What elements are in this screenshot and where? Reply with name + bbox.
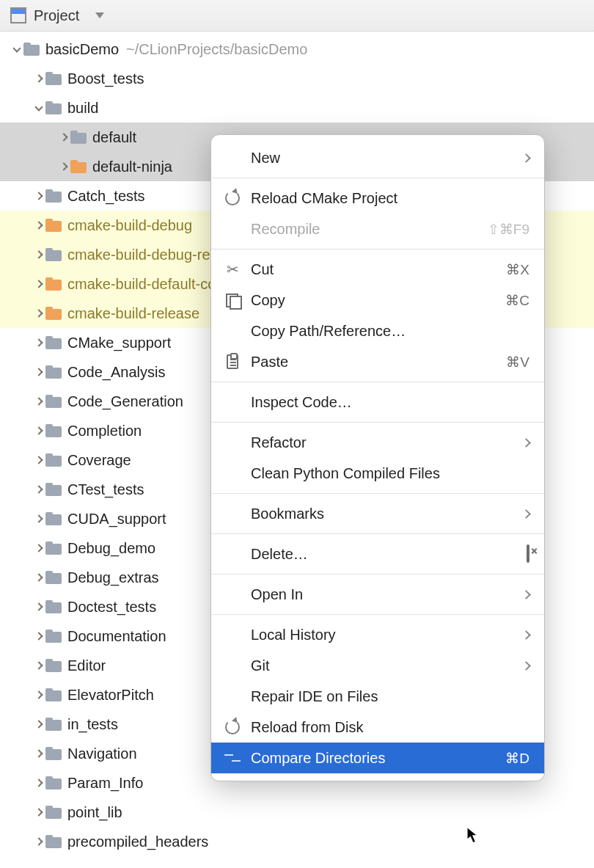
tree-path: ~/CLionProjects/basicDemo bbox=[126, 41, 307, 58]
menu-label: Local History bbox=[251, 627, 513, 643]
expand-toggle[interactable] bbox=[32, 688, 45, 701]
folder-icon bbox=[45, 248, 62, 261]
expand-toggle[interactable] bbox=[57, 160, 70, 173]
folder-icon bbox=[45, 483, 62, 496]
menu-new[interactable]: New bbox=[211, 142, 544, 173]
expand-toggle[interactable] bbox=[10, 43, 23, 56]
scissors-icon: ✂ bbox=[224, 261, 241, 277]
menu-compare-directories[interactable]: Compare Directories ⌘D bbox=[211, 743, 544, 773]
menu-reload-disk[interactable]: Reload from Disk bbox=[211, 712, 544, 743]
folder-icon bbox=[45, 101, 62, 114]
expand-toggle[interactable] bbox=[32, 101, 45, 114]
tree-item[interactable]: point_lib bbox=[0, 798, 594, 827]
expand-toggle[interactable] bbox=[32, 718, 45, 731]
expand-toggle[interactable] bbox=[32, 835, 45, 848]
folder-icon bbox=[45, 747, 62, 760]
tree-item[interactable]: Boost_tests bbox=[0, 64, 594, 93]
expand-toggle[interactable] bbox=[32, 571, 45, 584]
menu-inspect[interactable]: Inspect Code… bbox=[211, 387, 544, 417]
shortcut: ⇧⌘F9 bbox=[488, 221, 529, 238]
menu-bookmarks[interactable]: Bookmarks bbox=[211, 498, 544, 529]
menu-open-in[interactable]: Open In bbox=[211, 579, 544, 610]
expand-toggle[interactable] bbox=[32, 189, 45, 203]
menu-repair[interactable]: Repair IDE on Files bbox=[211, 681, 544, 712]
folder-icon bbox=[45, 307, 62, 320]
submenu-arrow-icon bbox=[521, 590, 531, 599]
expand-toggle[interactable] bbox=[32, 424, 45, 437]
expand-toggle[interactable] bbox=[32, 630, 45, 643]
folder-icon bbox=[45, 219, 62, 232]
tree-label: Completion bbox=[67, 423, 142, 440]
folder-icon bbox=[45, 688, 62, 701]
shortcut: ⌘X bbox=[506, 261, 529, 278]
menu-clean-python[interactable]: Clean Python Compiled Files bbox=[211, 458, 544, 489]
menu-copy-path[interactable]: Copy Path/Reference… bbox=[211, 316, 544, 346]
folder-icon bbox=[45, 718, 62, 731]
tree-label: Debug_demo bbox=[67, 540, 155, 557]
menu-paste[interactable]: Paste ⌘V bbox=[211, 346, 544, 377]
tree-root[interactable]: basicDemo ~/CLionProjects/basicDemo bbox=[0, 34, 594, 64]
submenu-arrow-icon bbox=[521, 661, 531, 671]
expand-toggle[interactable] bbox=[32, 776, 45, 789]
menu-delete[interactable]: Delete… bbox=[211, 539, 544, 569]
expand-toggle[interactable] bbox=[32, 541, 45, 555]
expand-toggle[interactable] bbox=[32, 336, 45, 349]
menu-label: Compare Directories bbox=[251, 750, 495, 767]
expand-toggle[interactable] bbox=[32, 307, 45, 320]
paste-icon bbox=[224, 354, 241, 370]
tree-label: Coverage bbox=[67, 452, 131, 469]
expand-toggle[interactable] bbox=[32, 747, 45, 760]
tree-label: Code_Generation bbox=[67, 393, 183, 410]
dropdown-arrow-icon[interactable] bbox=[95, 12, 104, 18]
expand-toggle[interactable] bbox=[32, 277, 45, 291]
tree-item[interactable]: build bbox=[0, 93, 594, 123]
menu-label: Inspect Code… bbox=[251, 394, 529, 411]
folder-icon bbox=[45, 277, 62, 291]
project-label: Project bbox=[34, 7, 79, 24]
expand-toggle[interactable] bbox=[32, 600, 45, 613]
menu-label: Reload from Disk bbox=[251, 719, 529, 736]
menu-cut[interactable]: ✂ Cut ⌘X bbox=[211, 254, 544, 285]
expand-toggle[interactable] bbox=[32, 248, 45, 261]
project-toolbar[interactable]: Project bbox=[0, 0, 594, 32]
expand-toggle[interactable] bbox=[32, 806, 45, 819]
menu-label: Paste bbox=[251, 354, 496, 371]
menu-separator bbox=[211, 422, 544, 423]
delete-key-icon bbox=[527, 546, 529, 562]
folder-icon bbox=[45, 659, 62, 672]
menu-label: Recompile bbox=[251, 221, 477, 238]
expand-toggle[interactable] bbox=[32, 365, 45, 379]
expand-toggle[interactable] bbox=[32, 659, 45, 672]
folder-icon bbox=[45, 189, 62, 203]
folder-icon bbox=[45, 600, 62, 613]
expand-toggle[interactable] bbox=[57, 131, 70, 144]
expand-toggle[interactable] bbox=[32, 72, 45, 85]
menu-recompile: Recompile ⇧⌘F9 bbox=[211, 214, 544, 244]
menu-label: Reload CMake Project bbox=[251, 190, 529, 207]
tree-label: build bbox=[67, 100, 98, 117]
expand-toggle[interactable] bbox=[32, 395, 45, 408]
tree-label: in_tests bbox=[67, 716, 118, 733]
menu-label: Git bbox=[251, 657, 513, 674]
menu-label: Open In bbox=[251, 586, 513, 603]
folder-icon bbox=[45, 512, 62, 525]
expand-toggle[interactable] bbox=[32, 512, 45, 525]
folder-icon bbox=[45, 571, 62, 584]
menu-reload-cmake[interactable]: Reload CMake Project bbox=[211, 183, 544, 214]
folder-icon bbox=[45, 453, 62, 467]
compare-icon bbox=[224, 750, 241, 766]
menu-label: New bbox=[251, 150, 513, 167]
project-icon bbox=[10, 7, 26, 23]
tree-item[interactable]: precompiled_headers bbox=[0, 827, 594, 856]
menu-refactor[interactable]: Refactor bbox=[211, 427, 544, 458]
expand-toggle[interactable] bbox=[32, 219, 45, 232]
tree-label: CTest_tests bbox=[67, 481, 144, 498]
expand-toggle[interactable] bbox=[32, 453, 45, 467]
menu-separator bbox=[211, 614, 544, 615]
expand-toggle[interactable] bbox=[32, 483, 45, 496]
menu-copy[interactable]: Copy ⌘C bbox=[211, 285, 544, 316]
shortcut: ⌘C bbox=[505, 292, 529, 309]
tree-label: Documentation bbox=[67, 628, 166, 645]
menu-local-history[interactable]: Local History bbox=[211, 619, 544, 650]
menu-git[interactable]: Git bbox=[211, 650, 544, 681]
